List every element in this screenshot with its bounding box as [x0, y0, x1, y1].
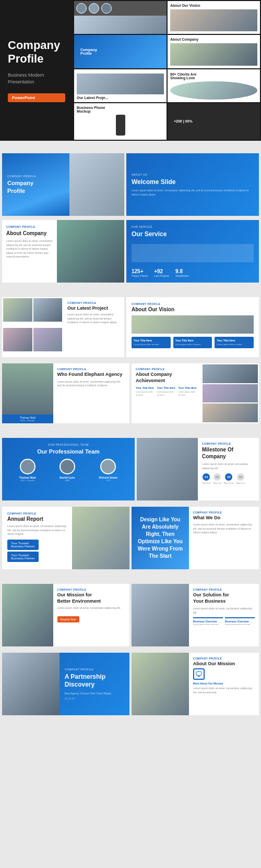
latest-project-slide[interactable]: COMPANY PROFILE Our Latest Project Lorem…: [2, 297, 124, 357]
hero-badge[interactable]: PowerPoint: [8, 93, 65, 102]
project-title: Our Latest Project: [67, 305, 120, 311]
cp-title: CompanyProfile: [7, 179, 64, 194]
ms-step-4-text: Step Four: [236, 482, 245, 484]
wwd-design-text: Design Like You Are Absolutely Right, Th…: [137, 516, 184, 560]
solution-slide[interactable]: COMPANY PROFILE Our Solution forYour Bus…: [132, 584, 259, 646]
hero-slide-3-text: CompanyProfile: [78, 46, 162, 57]
stat-3-label: Satisfaction: [175, 274, 189, 277]
member-2-role: CMO: [65, 479, 69, 482]
stat-1-num: 125+: [132, 268, 148, 274]
who-name-tag: Thomas Neid CEO - Founder: [2, 414, 53, 423]
team-label: OUR PROFESSIONAL TEAM: [7, 443, 129, 446]
sol-right: COMPANY PROFILE Our Solution forYour Bus…: [189, 584, 259, 646]
mission-badge[interactable]: Register Now: [57, 616, 79, 622]
sol-col-1-text: Lorem ipsum dolor sit amet: [193, 623, 223, 626]
ms-step-1-num: 01: [203, 473, 210, 481]
about-company-slide[interactable]: COMPANY PROFILE About Company Lorem ipsu…: [2, 220, 124, 283]
vision-col-3-label: Your Title Here: [217, 339, 252, 342]
what-we-do-slide[interactable]: Design Like You Are Absolutely Right, Th…: [132, 507, 259, 569]
hero-slides-grid: About Our Vision CompanyProfile About Co…: [73, 0, 261, 141]
ach-img-2: [203, 384, 258, 403]
sol-col-2-text: Lorem ipsum dolor sit amet: [225, 623, 255, 626]
who-label: COMPANY PROFILE: [57, 368, 125, 371]
hero-slide-4[interactable]: About Company: [168, 35, 260, 68]
ach-col-1-text: Lorem ipsum dolor sit amet: [136, 390, 155, 396]
hero-slide-2[interactable]: About Our Vision: [168, 1, 260, 34]
wwd-label: COMPANY PROFILE: [193, 511, 255, 514]
mission-slide[interactable]: COMPANY PROFILE Our Mission forBetter En…: [2, 584, 129, 646]
service-image: [132, 244, 254, 262]
am-label: COMPANY PROFILE: [193, 657, 255, 660]
ach-content: COMPANY PROFILE About CompanyAchievement…: [132, 363, 201, 423]
who-found-slide[interactable]: Thomas Neid CEO - Founder COMPANY PROFIL…: [2, 363, 129, 423]
annual-btn-1[interactable]: Your TrustedBusiness Partner: [7, 540, 39, 550]
milestone-slide[interactable]: COMPANY PROFILE Milestone OfCompany Lore…: [137, 438, 259, 500]
mission-left: [2, 584, 53, 646]
about-vision-slide[interactable]: COMPANY PROFILE About Our Vision Your Ti…: [126, 297, 259, 357]
cp-left: COMPANY PROFILE CompanyProfile: [2, 153, 69, 216]
section2-row2: COMPANY PROFILE About Company Lorem ipsu…: [0, 218, 261, 285]
vision-col-1-label: Your Title Here: [134, 339, 169, 342]
partner-right: COMPANY PROFILE A PartnershipDiscovery B…: [60, 653, 129, 715]
stat-3-num: 9.8: [175, 268, 189, 274]
vision-label: COMPANY PROFILE: [132, 302, 254, 305]
our-service-slide[interactable]: OUR SERVICE Our Service 125+ Happy Clien…: [126, 220, 259, 283]
hero-slide-6-title: 80+ Clients AreShowing Love: [170, 72, 257, 80]
am-left: [132, 653, 189, 715]
ms-step-3-text: Step Three: [224, 482, 234, 484]
team-member-2: Rachel Lyon CMO: [60, 459, 75, 482]
ac-title: About Company: [6, 230, 53, 237]
ach-img-3: [203, 404, 258, 422]
cp-right: [69, 153, 124, 216]
team-member-3: Richard James CTO: [99, 459, 118, 482]
hero-slide-3[interactable]: CompanyProfile: [74, 35, 167, 68]
am-title: About Our Mission: [193, 661, 255, 666]
proj-img-1: [3, 298, 32, 322]
vision-col-2-text: Lorem ipsum dolor sit amet: [175, 343, 210, 346]
gap-1: [0, 141, 261, 151]
member-1-avatar: [20, 459, 35, 474]
profile-circle-1: [76, 3, 87, 14]
company-profile-slide[interactable]: COMPANY PROFILE CompanyProfile: [2, 153, 124, 216]
vision-col-1-text: Lorem ipsum dolor sit amet: [134, 343, 169, 346]
professional-team-slide[interactable]: OUR PROFESSIONAL TEAM Our Professional T…: [2, 438, 135, 500]
project-label: COMPANY PROFILE: [67, 301, 120, 304]
achievement-slide[interactable]: COMPANY PROFILE About CompanyAchievement…: [132, 363, 259, 423]
hero-slide-8[interactable]: +200 | 00%: [168, 103, 260, 140]
mission-right: COMPANY PROFILE Our Mission forBetter En…: [53, 584, 129, 646]
partnership-slide[interactable]: COMPANY PROFILE A PartnershipDiscovery B…: [2, 653, 129, 715]
member-3-role: CTO: [106, 479, 110, 482]
ac-image: [57, 220, 124, 283]
project-images: [2, 297, 63, 357]
proj-img-2: [33, 298, 63, 322]
stat-3: 9.8 Satisfaction: [175, 268, 189, 277]
hero-slide-2-title: About Our Vision: [170, 4, 257, 7]
about-mission-slide[interactable]: COMPANY PROFILE About Our Mission More A…: [132, 653, 259, 715]
vision-cols: Your Title Here Lorem ipsum dolor sit am…: [132, 337, 254, 348]
ms-step-1: 01 Step One: [202, 473, 211, 484]
annual-report-slide[interactable]: COMPANY PROFILE Annual Report Lorem ipsu…: [2, 507, 129, 569]
hero-slide-6[interactable]: 80+ Clients AreShowing Love: [168, 69, 260, 102]
section5-row1: COMPANY PROFILE Our Mission forBetter En…: [0, 582, 261, 649]
partner-subtext: 01.01.01: [65, 697, 124, 700]
annual-image: [72, 507, 129, 569]
am-more-label[interactable]: More About Our Mission: [193, 682, 255, 685]
annual-btn-2[interactable]: Your TrustedBusiness Partner: [7, 552, 39, 562]
welcome-slide[interactable]: ABOUT US Welcome Slide Lorem ipsum dolor…: [126, 153, 259, 216]
ach-col-1: Your Title Here Lorem ipsum dolor sit am…: [136, 386, 155, 396]
ms-step-4-num: 04: [237, 473, 244, 481]
hero-slide-4-title: About Company: [170, 38, 257, 41]
sol-left: [132, 584, 189, 646]
sol-col-2: Business Overview Lorem ipsum dolor sit …: [225, 617, 255, 626]
hero-slide-7[interactable]: Business PhoneMockup: [74, 103, 167, 140]
section3-row1: COMPANY PROFILE Our Latest Project Lorem…: [0, 295, 261, 359]
service-label: OUR SERVICE: [132, 225, 254, 228]
team-member-1: Thomas Neid CEO - Founder: [19, 459, 35, 482]
annual-content: COMPANY PROFILE Annual Report Lorem ipsu…: [2, 507, 72, 569]
hero-slide-5[interactable]: Our Latest Proje...: [74, 69, 167, 102]
vision-col-3: Your Title Here Lorem ipsum dolor sit am…: [215, 337, 254, 348]
sol-cols: Business Overview Lorem ipsum dolor sit …: [193, 617, 255, 626]
ms-right: COMPANY PROFILE Milestone OfCompany Lore…: [198, 438, 259, 500]
hero-slide-1[interactable]: [74, 1, 167, 34]
vision-title: About Our Vision: [132, 307, 254, 312]
